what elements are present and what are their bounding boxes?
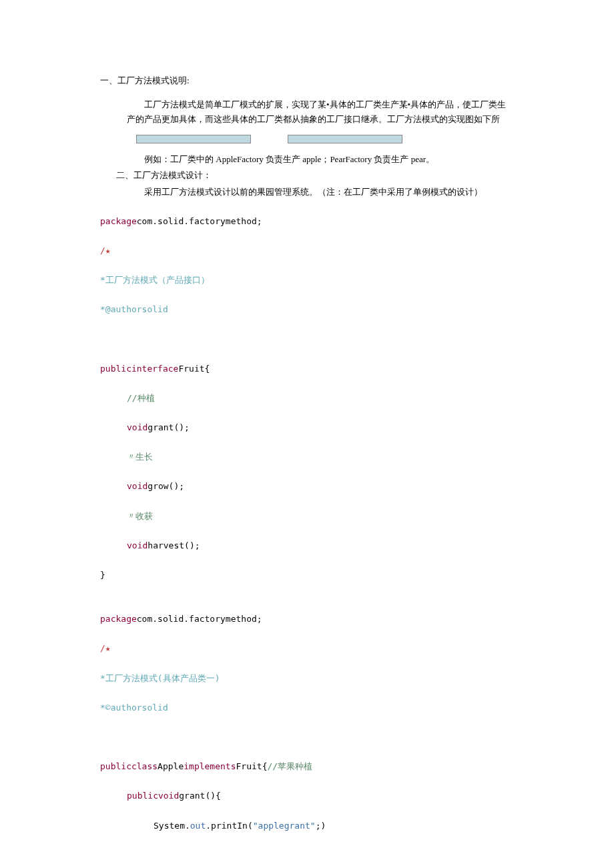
txt: ;) (316, 821, 326, 831)
comment-open: /★ (100, 246, 111, 256)
comment: *@authorsolid (100, 304, 168, 314)
comment: *工厂方法模式(具体产品类一) (100, 673, 220, 683)
comment-open: /★ (100, 643, 111, 653)
heading-2: 二、工厂方法模式设计： (116, 168, 514, 183)
kw: publicinterface (100, 364, 178, 374)
txt: grant(); (147, 422, 190, 432)
paragraph-1: 工厂方法模式是简单工厂模式的扩展，实现了某•具体的工厂类生产某•具体的产品，使工… (127, 97, 514, 127)
comment: *©authorsolid (100, 703, 168, 713)
kw: void (127, 481, 147, 491)
kw: package (100, 216, 137, 226)
txt: com.solid.factorymethod; (137, 216, 262, 226)
code-block-apple-class: packagecom.solid.factorymethod; /★ *工厂方法… (100, 597, 514, 868)
txt: Fruit{ (178, 364, 210, 374)
heading-1: 一、工厂方法模式说明: (100, 73, 514, 88)
kw: void (127, 422, 147, 432)
kw: void (127, 540, 147, 550)
txt: grant(){ (179, 791, 221, 801)
diagram-caption: 例如：工厂类中的 AppleFactory 负责生产 apple；PearFac… (127, 152, 514, 167)
txt: harvest(); (147, 540, 200, 550)
txt: grow(); (147, 481, 184, 491)
txt: .printIn( (206, 821, 252, 831)
comment: *工厂方法模式（产品接口） (100, 275, 210, 285)
diagram-box-right (288, 135, 402, 143)
paragraph-2: 采用工厂方法模式设计以前的果园管理系统。（注：在工厂类中采用了单例模式的设计） (127, 185, 514, 199)
diagram-boxes (136, 133, 514, 148)
kw: implements (184, 761, 236, 771)
txt: System. (154, 821, 190, 831)
txt: } (100, 570, 105, 580)
comment: 〃收获 (127, 511, 153, 521)
comment: //苹果种植 (267, 761, 312, 771)
kw: publicclass (100, 761, 158, 771)
code-block-fruit-interface: packagecom.solid.factorymethod; /★ *工厂方法… (100, 199, 514, 598)
str: "applegrant" (253, 821, 316, 831)
comment: 〃生长 (127, 452, 153, 462)
comment: //种植 (127, 393, 155, 403)
kw: package (100, 614, 137, 624)
kw: publicvoid (127, 791, 179, 801)
txt: Apple (158, 761, 184, 771)
txt: com.solid.factorymethod; (137, 614, 262, 624)
txt: Fruit{ (236, 761, 268, 771)
out: out (190, 821, 206, 831)
diagram-box-left (136, 135, 251, 143)
